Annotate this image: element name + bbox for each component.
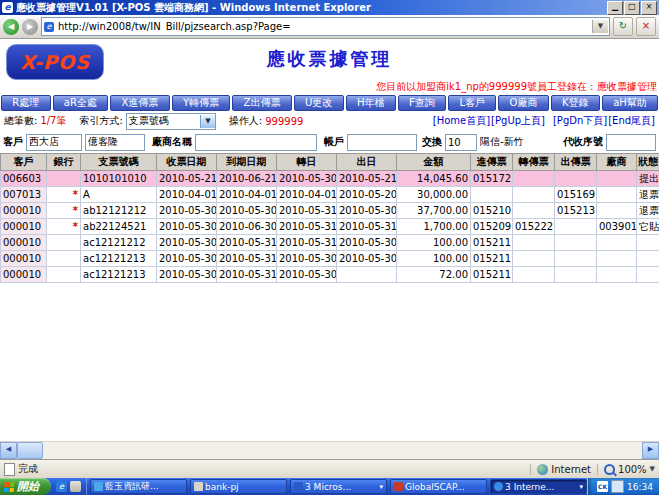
cell-customer: 006603	[1, 171, 47, 187]
info-bar: 總筆數: 1/7筆 索引方式: 支票號碼 ▼ 操作人: 999999 [Home…	[0, 111, 659, 131]
menu-button-year-file[interactable]: H年檔	[346, 95, 396, 111]
cell-out-voucher	[555, 251, 597, 267]
menu-button-login[interactable]: K登錄	[551, 95, 600, 111]
scrollbar-thumb[interactable]	[17, 442, 43, 459]
zoom-control[interactable]: 100% ▼	[597, 464, 655, 475]
customer-code-input[interactable]	[26, 134, 82, 151]
cell-receive-date: 2010-05-30	[157, 203, 217, 219]
back-button[interactable]: ◀	[3, 19, 19, 35]
app-icon	[294, 482, 303, 491]
cell-bank: *	[47, 187, 81, 203]
close-button[interactable]: ×	[641, 1, 657, 15]
vendor-name-input[interactable]	[195, 134, 317, 151]
customer-name-input[interactable]	[85, 134, 145, 151]
index-mode-select[interactable]: 支票號碼 ▼	[126, 113, 216, 130]
menu-button-in-voucher[interactable]: X進傳票	[110, 95, 169, 111]
page-title: 應收票據管理	[140, 47, 519, 71]
refresh-button[interactable]: ↻	[613, 17, 633, 36]
taskbar-item-bankpj[interactable]: bank-pj	[190, 479, 287, 494]
title-bar[interactable]: e 應收票據管理V1.01 [X-POS 雲端商務網] - Windows In…	[0, 0, 659, 15]
login-notice: 您目前以加盟商ik1_np的999999號員工登錄在：應收票據管理	[376, 80, 657, 94]
scrollbar-track[interactable]	[43, 442, 642, 459]
cell-vendor	[597, 171, 637, 187]
cell-receive-date: 2010-05-30	[157, 267, 217, 283]
status-bar: 完成 Internet 100% ▼	[0, 459, 659, 478]
menu-button-modify[interactable]: U更改	[294, 95, 344, 111]
menu-button-query[interactable]: F查詢	[398, 95, 446, 111]
taskbar-group-internet-explorer[interactable]: 3 Interne... ▾	[490, 479, 587, 494]
stop-button[interactable]: ×	[636, 17, 656, 36]
group-expand-icon: ▾	[580, 483, 584, 491]
address-input[interactable]	[56, 19, 590, 34]
menu-button-all-process[interactable]: aR全處	[53, 95, 109, 111]
taskbar-item-lanyu[interactable]: 藍玉資訊研...	[90, 479, 187, 494]
cell-in-voucher: 015210	[471, 203, 513, 219]
taskbar-item-globalscape[interactable]: GlobalSCAP...	[390, 479, 487, 494]
menu-button-process[interactable]: R處理	[1, 95, 51, 111]
forward-button[interactable]: ▶	[22, 19, 38, 35]
cell-status: 它貼	[637, 219, 659, 235]
menu-bar: R處理 aR全處 X進傳票 Y轉傳票 Z出傳票 U更改 H年檔 F查詢 L客戶 …	[0, 95, 659, 111]
table-row[interactable]: 000010ac121212132010-05-302010-05-312010…	[1, 251, 659, 267]
address-dropdown-icon[interactable]: ▼	[592, 20, 608, 33]
collect-serial-input[interactable]	[606, 134, 656, 151]
cell-in-voucher: 015172	[471, 171, 513, 187]
start-button[interactable]: 開始	[0, 478, 51, 495]
cell-vendor	[597, 203, 637, 219]
taskbar-item-label: 3 Interne...	[505, 482, 554, 492]
table-row[interactable]: 000010*ab221245212010-05-302010-06-30201…	[1, 219, 659, 235]
window-title: 應收票據管理V1.01 [X-POS 雲端商務網] - Windows Inte…	[16, 1, 604, 15]
end-page-link[interactable]: [End尾頁]	[608, 114, 655, 128]
cell-transfer-date: 2010-05-31	[277, 219, 337, 235]
tray-ime-icon[interactable]	[611, 480, 624, 493]
cell-transfer-voucher: 015222	[513, 219, 555, 235]
taskbar-clock[interactable]: 16:34	[627, 482, 653, 492]
zone-text: Internet	[551, 464, 591, 475]
cell-status	[637, 251, 659, 267]
scroll-left-icon[interactable]: ◀	[0, 442, 17, 459]
chevron-down-icon[interactable]: ▼	[200, 115, 215, 128]
menu-button-customer[interactable]: L客戶	[448, 95, 496, 111]
exchange-input[interactable]	[445, 134, 477, 151]
cell-customer: 007013	[1, 187, 47, 203]
show-desktop-icon[interactable]	[70, 481, 81, 492]
horizontal-scrollbar[interactable]: ◀ ▶	[0, 441, 659, 459]
home-page-link[interactable]: [Home首頁]	[433, 114, 490, 128]
table-row[interactable]: 000010ac121212122010-05-302010-05-312010…	[1, 235, 659, 251]
quick-launch-ie-icon[interactable]: e	[56, 481, 67, 492]
cell-status: 提出	[637, 171, 659, 187]
cell-customer: 000010	[1, 219, 47, 235]
tray-ck-icon[interactable]: CK	[597, 481, 608, 492]
cell-out-date: 2010-05-30	[337, 203, 397, 219]
menu-button-vendor[interactable]: O廠商	[498, 95, 548, 111]
cell-check-no: ac12121212	[81, 235, 157, 251]
table-row[interactable]: 007013*A2010-04-012010-04-012010-04-0120…	[1, 187, 659, 203]
scroll-right-icon[interactable]: ▶	[642, 442, 659, 459]
total-count-value: 1/7筆	[40, 114, 66, 128]
exchange-bank-name: 陽信-新竹	[480, 135, 524, 149]
address-field[interactable]: e ▼	[41, 17, 610, 36]
maximize-button[interactable]: □	[624, 1, 640, 15]
cell-customer: 000010	[1, 251, 47, 267]
table-row[interactable]: 00660310101010102010-05-212010-06-212010…	[1, 171, 659, 187]
cell-due-date: 2010-05-30	[217, 203, 277, 219]
taskbar-item-label: 3 Micros...	[305, 482, 351, 492]
cell-status	[637, 235, 659, 251]
cell-customer: 000010	[1, 267, 47, 283]
table-row[interactable]: 000010ac121212132010-05-302010-05-312010…	[1, 267, 659, 283]
page-up-link[interactable]: [PgUp上頁]	[491, 114, 545, 128]
table-row[interactable]: 000010*ab121212122010-05-302010-05-30201…	[1, 203, 659, 219]
taskbar-group-microsoft[interactable]: 3 Micros... ▾	[290, 479, 387, 494]
internet-globe-icon	[537, 464, 548, 475]
cell-receive-date: 2010-04-01	[157, 187, 217, 203]
menu-button-out-voucher[interactable]: Z出傳票	[232, 95, 291, 111]
zoom-dropdown-icon[interactable]: ▼	[650, 465, 655, 473]
page-down-link[interactable]: [PgDn下頁]	[553, 114, 607, 128]
menu-button-help[interactable]: aH幫助	[602, 95, 658, 111]
minimize-button[interactable]: ▁	[607, 1, 623, 15]
col-header-out-voucher: 出傳票	[555, 154, 597, 171]
nav-spacer	[546, 114, 552, 128]
menu-button-transfer-voucher[interactable]: Y轉傳票	[172, 95, 231, 111]
account-input[interactable]	[347, 134, 417, 151]
cell-amount: 100.00	[397, 235, 471, 251]
